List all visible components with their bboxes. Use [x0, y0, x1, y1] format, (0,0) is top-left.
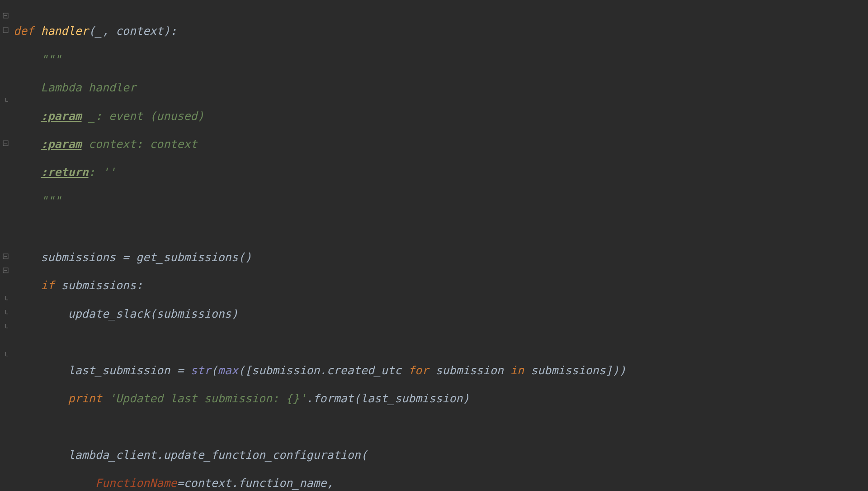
expression: submissions:	[61, 279, 143, 292]
code-line[interactable]: last_submission = str(max([submission.cr…	[14, 363, 868, 377]
code-line[interactable]: submissions = get_submissions()	[14, 250, 868, 264]
code-line[interactable]: def handler(_, context):	[14, 24, 868, 38]
docstring-text: Lambda handler	[41, 81, 136, 94]
fold-end-icon	[3, 98, 9, 104]
string-literal: 'Updated last submission: {}'	[109, 392, 307, 405]
docstring-tag: :param	[41, 110, 81, 123]
fold-end-icon	[3, 296, 9, 302]
call: lambda_client.update_function_configurat…	[68, 448, 367, 462]
code-line[interactable]: lambda_client.update_function_configurat…	[14, 448, 868, 462]
code-line[interactable]: """	[14, 194, 868, 208]
fold-icon[interactable]	[3, 267, 9, 273]
code-editor[interactable]: def handler(_, context): """ Lambda hand…	[0, 0, 868, 491]
fold-icon[interactable]	[3, 140, 9, 146]
fold-icon[interactable]	[3, 27, 9, 33]
fold-end-icon	[3, 324, 9, 330]
fold-end-icon	[3, 352, 9, 358]
keyword-if: if	[41, 279, 61, 292]
docstring-text: context: context	[82, 138, 198, 151]
statement: submissions = get_submissions()	[41, 251, 252, 264]
code-line[interactable]: FunctionName=context.function_name,	[14, 476, 868, 490]
docstring-tag: :param	[41, 138, 81, 151]
code-line[interactable]	[14, 222, 868, 236]
kwarg-name: FunctionName	[95, 477, 177, 490]
call: update_slack(submissions)	[68, 307, 238, 320]
function-name: handler	[41, 24, 88, 38]
code-line[interactable]: print 'Updated last submission: {}'.form…	[14, 391, 868, 405]
keyword-for: for	[408, 364, 435, 377]
fold-icon[interactable]	[3, 253, 9, 259]
code-line[interactable]: :return: ''	[14, 165, 868, 179]
code-line[interactable]: :param context: context	[14, 137, 868, 151]
builtin-str: str	[190, 364, 211, 377]
fold-icon[interactable]	[3, 13, 9, 19]
docstring-tag: :return	[41, 166, 88, 179]
keyword-in: in	[510, 364, 531, 377]
keyword-print: print	[68, 392, 108, 405]
code-line[interactable]: Lambda handler	[14, 81, 868, 95]
docstring-text: _: event (unused)	[82, 110, 204, 123]
gutter	[0, 0, 11, 491]
keyword-def: def	[14, 24, 41, 38]
params: (_, context):	[89, 24, 177, 38]
code-line[interactable]	[14, 419, 868, 434]
fold-end-icon	[3, 310, 9, 316]
docstring-quote: """	[41, 53, 61, 66]
code-line[interactable]: if submissions:	[14, 278, 868, 292]
code-line[interactable]: """	[14, 52, 868, 67]
builtin-max: max	[218, 364, 238, 377]
docstring-text: : ''	[89, 166, 116, 179]
docstring-quote: """	[41, 194, 61, 207]
code-line[interactable]	[14, 335, 868, 349]
code-line[interactable]: :param _: event (unused)	[14, 109, 868, 123]
code-line[interactable]: update_slack(submissions)	[14, 307, 868, 321]
